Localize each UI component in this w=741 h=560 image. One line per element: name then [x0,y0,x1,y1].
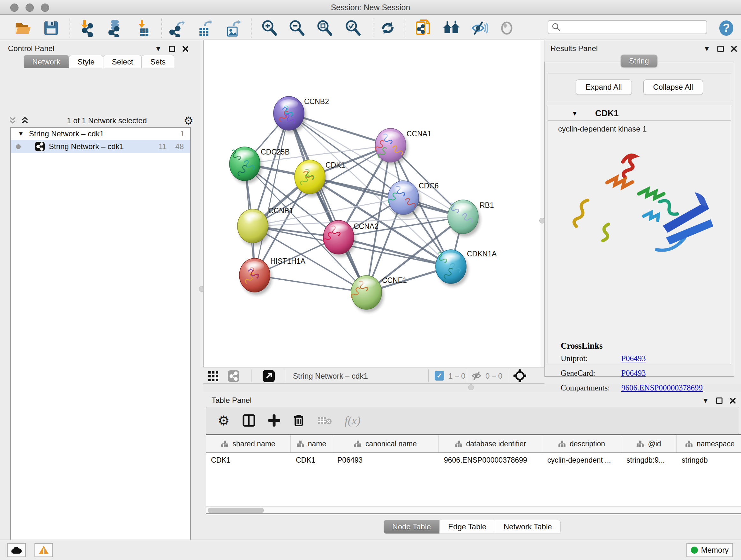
column-header-database-identifier[interactable]: database identifier [439,435,542,452]
network-node-ccna1[interactable] [375,128,408,165]
table-cell[interactable]: stringdb [677,456,741,464]
results-panel-title: Results Panel [550,44,598,53]
tab-style[interactable]: Style [69,55,103,68]
collapse-all-chevrons-icon[interactable] [8,117,18,125]
scrollbar-thumb[interactable] [208,508,264,513]
help-icon[interactable]: ? [718,19,735,37]
control-panel: Control Panel ▼ NetworkStyleSelectSets 1… [2,40,200,540]
panel-close-icon[interactable] [730,397,736,404]
left-splitter[interactable] [200,40,203,367]
section-expander-icon[interactable]: ▼ [571,110,578,117]
network-node-cdk1[interactable] [294,160,327,197]
network-node-hist1h1a[interactable] [239,258,272,295]
add-column-icon[interactable] [268,415,280,427]
panel-float-icon[interactable] [716,397,723,404]
expand-all-chevrons-icon[interactable] [20,117,30,125]
detach-view-icon[interactable] [262,370,275,384]
network-edge[interactable] [289,113,366,293]
cloud-button[interactable] [7,543,26,557]
network-status-dot-icon [16,144,21,149]
network-view-canvas[interactable]: CCNB2CCNA1CDC25BCDK1CDC6RB1CCNB1CCNA2CDK… [203,40,540,367]
crosslink-link[interactable]: P06493 [621,354,646,369]
export-image-icon[interactable] [223,19,241,37]
import-table-icon[interactable] [135,19,152,37]
right-splitter[interactable] [540,40,544,367]
show-results-eye-icon[interactable] [498,19,516,37]
tab-select[interactable]: Select [103,55,142,68]
node-table[interactable]: shared namenamecanonical namedatabase id… [206,434,741,515]
tree-expander-icon[interactable]: ▼ [18,130,24,137]
panel-menu-icon[interactable]: ▼ [703,45,711,53]
tab-network[interactable]: Network [23,55,69,68]
search-input[interactable] [561,23,701,32]
column-header-canonical-name[interactable]: canonical name [332,435,439,452]
refresh-layout-icon[interactable] [379,19,397,37]
table-horizontal-scrollbar[interactable] [206,506,741,514]
show-columns-icon[interactable] [243,414,255,427]
network-node-cdkn1a[interactable] [435,250,468,287]
string-home-icon[interactable] [442,19,460,37]
tab-network-table[interactable]: Network Table [495,520,561,534]
clone-network-icon[interactable] [414,19,432,37]
table-cell[interactable]: stringdb:9... [621,456,677,464]
toolbar-separator [70,18,70,38]
expand-all-button[interactable]: Expand All [576,79,631,95]
network-selection-status: 1 of 1 Network selected [30,116,184,125]
delete-column-icon[interactable] [293,414,305,427]
zoom-fit-icon[interactable] [316,19,333,37]
collapse-all-button[interactable]: Collapse All [643,79,703,95]
birdseye-view-icon[interactable] [514,369,526,383]
import-network-file-icon[interactable] [78,19,96,37]
table-cell[interactable]: CDK1 [206,456,291,464]
hide-results-eye-icon[interactable] [470,19,488,37]
node-label: CDC6 [419,182,439,190]
import-network-database-icon[interactable] [105,19,123,37]
splitter-handle[interactable] [468,384,474,390]
panel-close-icon[interactable] [731,46,737,52]
network-options-gear-icon[interactable]: ⚙ [184,114,193,127]
column-header--id[interactable]: @id [621,435,677,452]
table-row[interactable]: CDK1CDK1P064939606.ENSP00000378699cyclin… [206,453,741,467]
panel-menu-icon[interactable]: ▼ [155,45,162,53]
network-collection-row[interactable]: ▼ String Network – cdk1 1 [11,128,190,140]
export-table-icon[interactable] [195,19,213,37]
tab-node-table[interactable]: Node Table [384,520,440,534]
export-network-icon[interactable] [168,19,186,37]
zoom-out-icon[interactable] [288,19,306,37]
tab-sets[interactable]: Sets [142,55,174,68]
network-node-cdc25b[interactable] [229,147,262,184]
open-session-icon[interactable] [14,19,32,37]
warnings-button[interactable] [35,543,53,557]
network-node-rb1[interactable] [448,200,480,237]
table-settings-gear-icon[interactable]: ⚙ [218,413,230,428]
network-node-ccne1[interactable] [351,275,384,312]
tab-edge-table[interactable]: Edge Table [440,520,495,534]
column-header-namespace[interactable]: namespace [677,435,741,452]
table-cell[interactable]: P06493 [332,456,439,464]
selected-checkbox-icon[interactable]: ✓ [434,371,444,381]
gene-section-header[interactable]: ▼ CDK1 [548,106,731,121]
panel-menu-icon[interactable]: ▼ [702,396,709,405]
network-node-ccnb2[interactable] [273,97,306,133]
table-cell[interactable]: 9606.ENSP00000378699 [439,456,542,464]
panel-float-icon[interactable] [169,46,175,52]
memory-button[interactable]: Memory [686,543,733,557]
table-cell[interactable]: cyclin-dependent ... [542,456,621,464]
column-header-name[interactable]: name [291,435,332,452]
column-label: description [569,440,605,448]
view-toolbar-separator [428,369,428,382]
panel-close-icon[interactable] [182,46,189,52]
save-session-icon[interactable] [42,19,60,37]
crosslink-link[interactable]: P06493 [621,369,646,383]
network-share-view-icon[interactable] [227,370,240,383]
network-row-selected[interactable]: String Network – cdk1 11 48 [11,140,190,153]
zoom-in-icon[interactable] [260,19,278,37]
column-header-shared-name[interactable]: shared name [206,435,291,452]
tab-string[interactable]: String [621,55,657,67]
column-header-description[interactable]: description [542,435,621,452]
panel-float-icon[interactable] [718,46,724,52]
crosslink-label: GeneCard: [561,369,621,383]
table-cell[interactable]: CDK1 [291,456,332,464]
zoom-selected-icon[interactable] [344,19,362,37]
grid-view-icon[interactable] [207,370,219,383]
